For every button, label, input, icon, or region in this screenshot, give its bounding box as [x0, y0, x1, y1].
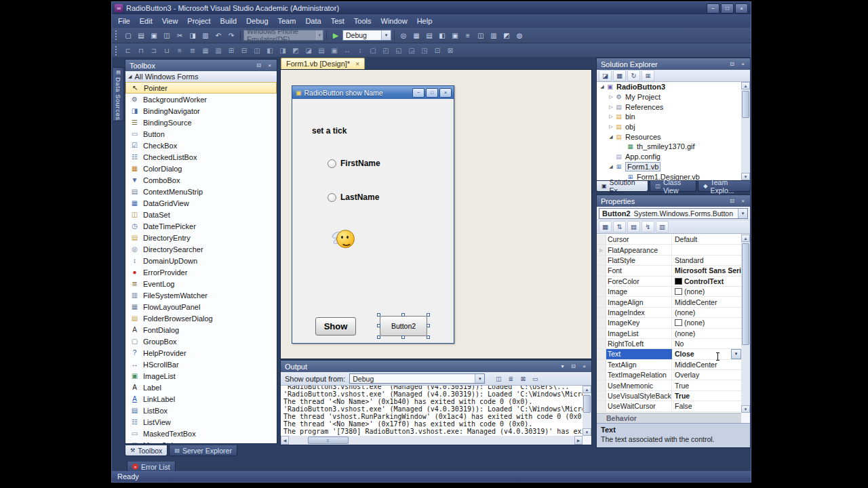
property-row[interactable]: UseVisualStyleBackCo True ▾	[597, 391, 741, 401]
toolbox-item[interactable]: ↔ HScrollBar	[125, 359, 277, 370]
output-toolbar-icon[interactable]: ◫	[493, 373, 504, 384]
scroll-up-icon[interactable]: ▲	[741, 235, 750, 242]
scroll-right-icon[interactable]: ▶	[574, 436, 583, 445]
property-value[interactable]: ▾	[672, 245, 741, 254]
toolbar-icon[interactable]: ↷	[225, 30, 237, 41]
radio-firstname[interactable]: FirstName	[328, 159, 380, 168]
layout-toolbar-icon[interactable]: ↔	[341, 45, 353, 56]
property-name[interactable]: ImageList	[606, 329, 672, 338]
scroll-thumb[interactable]: ≡	[308, 436, 349, 444]
dock-tab[interactable]: ◫ Class View	[650, 181, 696, 192]
toolbox-item[interactable]: ▣ ImageList	[125, 370, 277, 382]
toolbox-item[interactable]: ▼ ComboBox	[125, 174, 277, 186]
object-selector-combo[interactable]: Button2 System.Windows.Forms.Button ▾	[599, 208, 748, 219]
toolbox-item[interactable]: ▤ DirectoryEntry	[125, 232, 277, 243]
selection-handle[interactable]	[427, 313, 430, 317]
toolbar-icon[interactable]: ▤	[135, 30, 147, 41]
button2-selection[interactable]: Button2	[377, 313, 430, 339]
property-value[interactable]: (none) ▾	[672, 287, 741, 296]
layout-toolbar-icon[interactable]: ◱	[393, 45, 405, 56]
layout-toolbar-icon[interactable]: ▦	[199, 45, 212, 56]
toolbar-icon[interactable]: ◧	[436, 30, 448, 41]
toolbox-item[interactable]: ◨ BindingNavigator	[125, 105, 277, 117]
toolbar-grip[interactable]	[115, 30, 119, 40]
toolbar-icon[interactable]: ▥	[488, 30, 500, 41]
pin-icon[interactable]: ⊡	[728, 60, 736, 68]
scroll-left-icon[interactable]: ◀	[281, 436, 289, 445]
layout-toolbar-icon[interactable]: ◪	[302, 45, 315, 56]
pin-icon[interactable]: ⊡	[254, 62, 263, 70]
properties-toolbar-icon[interactable]: ▤	[627, 221, 640, 232]
toolbox-item[interactable]: ☷ ListView	[125, 416, 277, 428]
layout-toolbar-icon[interactable]: ▢	[367, 45, 379, 56]
output-hscrollbar[interactable]: ◀ ▶ ≡	[281, 436, 583, 445]
toolbox-item[interactable]: ▦ ColorDialog	[125, 163, 277, 174]
toolbar-icon[interactable]: ◍	[513, 30, 526, 41]
toolbar-icon[interactable]: ▣	[449, 30, 461, 41]
designer-surface[interactable]: ▣ RadioButton show Name − □ × set a tick…	[280, 69, 592, 359]
layout-toolbar-icon[interactable]: ◲	[406, 45, 418, 56]
property-value[interactable]: ControlText ▾	[672, 277, 741, 286]
toolbox-item[interactable]: ● ErrorProvider	[125, 266, 277, 278]
tree-item[interactable]: ▷ ⚙ My Project	[597, 92, 741, 102]
toolbox-item[interactable]: ↕ DomainUpDown	[125, 255, 277, 266]
layout-toolbar-icon[interactable]: ▣	[328, 45, 340, 56]
scroll-up-icon[interactable]: ▲	[583, 386, 591, 393]
property-value[interactable]: False ▾	[672, 401, 741, 411]
toolbox-item[interactable]: ▦ FlowLayoutPanel	[125, 301, 277, 312]
selection-handle[interactable]	[377, 313, 380, 317]
property-name[interactable]: FlatAppearance	[606, 245, 672, 254]
window-menu-icon[interactable]: ▾	[558, 363, 567, 371]
close-icon[interactable]: ×	[580, 363, 589, 371]
properties-header[interactable]: Properties ⊡ ×	[597, 195, 750, 207]
property-row[interactable]: RightToLeft No ▾	[597, 339, 741, 349]
solution-explorer-header[interactable]: Solution Explorer ⊡ ×	[597, 58, 750, 70]
property-row[interactable]: ImageKey (none) ▾	[597, 318, 741, 328]
smiley-image[interactable]	[332, 230, 355, 247]
title-bar[interactable]: ∞ RadioButton3 - Microsoft Visual Studio…	[112, 2, 751, 14]
toolbar-icon[interactable]: ◫	[475, 30, 487, 41]
property-row[interactable]: FlatStyle Standard ▾	[597, 256, 741, 266]
property-row[interactable]: TextAlign MiddleCenter ▾	[597, 360, 741, 370]
close-button[interactable]: ×	[735, 3, 748, 14]
scroll-thumb[interactable]	[583, 395, 591, 413]
toolbar-grip[interactable]	[115, 46, 119, 56]
tree-expander-icon[interactable]: ◢	[599, 84, 606, 89]
dock-tab[interactable]: ▤ Server Explorer	[169, 445, 237, 456]
tree-item[interactable]: ▦ th_smiley1370.gif	[597, 142, 741, 152]
toolbox-item[interactable]: ? HelpProvider	[125, 347, 277, 359]
toolbox-item[interactable]: A FontDialog	[125, 324, 277, 336]
output-source-combo[interactable]: Debug ▾	[349, 373, 485, 384]
property-name[interactable]: ForeColor	[606, 277, 672, 286]
layout-toolbar-icon[interactable]: ▥	[212, 45, 224, 56]
property-row[interactable]: UseMnemonic True ▾	[597, 380, 741, 390]
layout-toolbar-icon[interactable]: ⊟	[238, 45, 250, 56]
tree-expander-icon[interactable]: ◢	[608, 164, 614, 169]
property-row[interactable]: Font Microsoft Sans Serif; 8, ▾	[597, 266, 741, 276]
output-toolbar-icon[interactable]: ≣	[505, 373, 516, 384]
menu-item[interactable]: Edit	[135, 16, 157, 26]
toolbox-item[interactable]: A LinkLabel	[125, 393, 277, 405]
emulator-combo[interactable]: Windows Phone Emulator(DE) ▾	[243, 30, 323, 41]
property-name[interactable]: Cursor	[606, 235, 672, 244]
tree-item[interactable]: ▤ App.config	[597, 152, 741, 162]
property-value[interactable]: MiddleCenter ▾	[672, 360, 741, 369]
toolbox-item[interactable]: ▤ ListBox	[125, 405, 277, 416]
menu-item[interactable]: Data	[300, 16, 326, 26]
property-value[interactable]: (none) ▾	[672, 318, 741, 327]
layout-toolbar-icon[interactable]: ⊐	[148, 45, 160, 56]
property-name[interactable]: ImageKey	[606, 318, 672, 327]
tree-item[interactable]: ◢ ▤ Resources	[597, 131, 741, 142]
toolbar-icon[interactable]: ◩	[500, 30, 513, 41]
properties-toolbar-icon[interactable]: ↯	[642, 221, 654, 232]
toolbar-icon[interactable]: ▥	[199, 30, 212, 41]
property-value[interactable]: Microsoft Sans Serif; 8, ▾	[672, 266, 741, 275]
menu-item[interactable]: File	[113, 16, 135, 26]
maximize-button[interactable]: □	[721, 3, 734, 14]
toolbox-item[interactable]: ▭ MaskedTextBox	[125, 428, 277, 439]
solution-config-combo[interactable]: Debug ▾	[342, 30, 391, 41]
layout-toolbar-icon[interactable]: ⊔	[161, 45, 173, 56]
solution-toolbar-icon[interactable]: ◪	[599, 70, 612, 81]
designed-form[interactable]: ▣ RadioButton show Name − □ × set a tick…	[292, 85, 454, 344]
toolbox-item[interactable]: ↖ Pointer	[125, 82, 277, 94]
